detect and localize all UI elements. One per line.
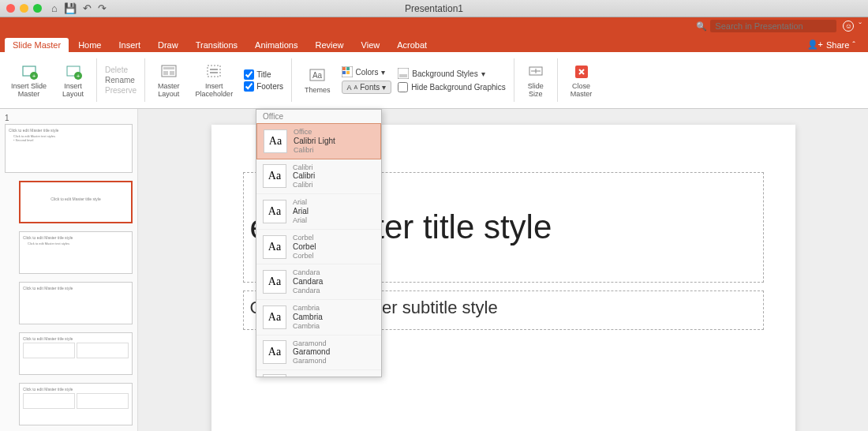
slide-number: 1: [5, 114, 133, 122]
svg-text:+: +: [32, 73, 36, 80]
tab-draw[interactable]: Draw: [150, 38, 186, 52]
search-icon: 🔍: [696, 21, 707, 32]
font-preview-icon: Aa: [263, 164, 286, 188]
font-preview-icon: Aa: [263, 305, 286, 329]
layout-thumbnail[interactable]: Click to edit Master title style: [19, 383, 133, 425]
font-option-arial[interactable]: AaArialArialArial: [256, 194, 381, 230]
edit-group: Delete Rename Preserve: [105, 55, 137, 105]
font-preview-icon: Aa: [263, 200, 286, 223]
tab-transitions[interactable]: Transitions: [188, 38, 245, 52]
ribbon: + Insert Slide Master + Insert Layout De…: [0, 52, 868, 109]
insert-placeholder-button[interactable]: Insert Placeholder: [196, 63, 234, 98]
home-icon[interactable]: ⌂: [51, 2, 58, 14]
feedback-icon[interactable]: ☺: [843, 21, 854, 32]
font-preview-icon: Aa: [263, 270, 286, 294]
chevron-down-icon[interactable]: ˇ: [859, 21, 862, 31]
slide-canvas: edit Master title style Click to edit Ma…: [138, 109, 868, 431]
svg-rect-19: [346, 71, 350, 74]
tab-acrobat[interactable]: Acrobat: [389, 38, 435, 52]
svg-rect-18: [342, 71, 346, 74]
hide-background-checkbox[interactable]: Hide Background Graphics: [398, 82, 506, 92]
font-option-garamond[interactable]: AaGaramondGaramondGaramond: [256, 335, 381, 371]
font-preview-icon: Aa: [263, 340, 286, 364]
font-option-office[interactable]: AaOfficeCalibri LightCalibri: [256, 123, 381, 159]
fonts-dropdown-menu[interactable]: Office AaOfficeCalibri LightCalibriAaCal…: [256, 109, 382, 377]
svg-rect-16: [342, 67, 346, 70]
minimize-window-icon[interactable]: [20, 4, 28, 13]
master-layout-button[interactable]: Master Layout: [158, 63, 180, 98]
tab-home[interactable]: Home: [70, 38, 109, 52]
layout-thumbnail[interactable]: Click to edit Master title style Click t…: [19, 231, 133, 274]
font-preview-icon: Aa: [263, 374, 286, 377]
delete-button[interactable]: Delete: [105, 66, 137, 74]
chevron-down-icon: ▾: [381, 68, 385, 77]
svg-rect-10: [208, 66, 220, 77]
rename-button[interactable]: Rename: [105, 76, 137, 84]
fonts-section-header: Office: [256, 110, 381, 123]
svg-rect-8: [163, 71, 168, 75]
insert-layout-button[interactable]: + Insert Layout: [62, 63, 84, 98]
svg-rect-21: [399, 74, 407, 77]
share-button[interactable]: 👤+ Share ˆ: [799, 37, 863, 52]
themes-button[interactable]: Aa Themes: [305, 67, 331, 94]
search-input[interactable]: [710, 20, 836, 32]
colors-dropdown[interactable]: Colors▾: [342, 66, 392, 77]
share-icon: 👤+: [807, 39, 823, 50]
chevron-down-icon: ▾: [382, 83, 386, 92]
tab-review[interactable]: Review: [307, 38, 351, 52]
svg-rect-12: [210, 72, 218, 73]
layout-thumbnail[interactable]: Click to edit Master title style: [19, 282, 133, 324]
preserve-button[interactable]: Preserve: [105, 86, 137, 95]
tab-insert[interactable]: Insert: [110, 38, 148, 52]
layout-thumbnail[interactable]: Click to edit Master title style: [19, 332, 133, 375]
layout-thumbnail[interactable]: Click to edit Master title style: [19, 181, 133, 223]
ribbon-tabs: Slide Master Home Insert Draw Transition…: [0, 35, 868, 52]
insert-slide-master-button[interactable]: + Insert Slide Master: [11, 63, 47, 98]
redo-icon[interactable]: ↷: [98, 2, 107, 14]
save-icon[interactable]: 💾: [64, 2, 77, 14]
master-thumbnail[interactable]: Click to edit Master title style Click t…: [5, 124, 133, 173]
svg-rect-17: [346, 67, 350, 70]
svg-rect-7: [163, 67, 174, 69]
tab-view[interactable]: View: [354, 38, 388, 52]
undo-icon[interactable]: ↶: [83, 2, 92, 14]
chevron-down-icon: ▾: [481, 69, 485, 78]
title-checkbox[interactable]: Title: [244, 69, 283, 80]
content-area: 1 Click to edit Master title style Click…: [0, 109, 868, 431]
svg-rect-11: [210, 69, 218, 70]
top-strip: 🔍 ☺ ˇ: [0, 17, 868, 35]
font-option-candara[interactable]: AaCandaraCandaraCandara: [256, 264, 381, 300]
tab-slide-master[interactable]: Slide Master: [5, 38, 69, 52]
document-title: Presentation1: [405, 3, 463, 14]
svg-text:+: +: [76, 73, 80, 80]
slide-thumbnail-panel[interactable]: 1 Click to edit Master title style Click…: [0, 109, 138, 431]
tab-animations[interactable]: Animations: [247, 38, 305, 52]
background-styles-dropdown[interactable]: Background Styles▾: [398, 68, 506, 79]
font-preview-icon: Aa: [263, 235, 286, 259]
svg-text:Aa: Aa: [312, 71, 323, 80]
footers-checkbox[interactable]: Footers: [244, 81, 283, 92]
close-master-button[interactable]: Close Master: [571, 63, 593, 98]
font-preview-icon: Aa: [264, 129, 287, 153]
maximize-window-icon[interactable]: [33, 4, 42, 13]
font-option-corbel[interactable]: AaCorbelCorbelCorbel: [256, 230, 381, 265]
font-option-cambria[interactable]: AaCambriaCambriaCambria: [256, 300, 381, 335]
quick-access-toolbar: ⌂ 💾 ↶ ↷: [51, 2, 107, 14]
search-box[interactable]: 🔍: [696, 20, 836, 32]
close-window-icon[interactable]: [6, 4, 15, 13]
fonts-dropdown-button[interactable]: AA Fonts▾: [342, 81, 392, 94]
window-controls: [6, 4, 42, 13]
chevron-up-icon: ˆ: [852, 40, 855, 50]
font-option-calibri[interactable]: AaCalibriCalibriCalibri: [256, 159, 381, 195]
mac-titlebar: ⌂ 💾 ↶ ↷ Presentation1: [0, 0, 868, 17]
font-option-georgia[interactable]: AaGeorgiaGeorgia: [256, 370, 381, 377]
svg-rect-9: [170, 71, 174, 75]
slide-size-button[interactable]: Slide Size: [527, 63, 544, 98]
